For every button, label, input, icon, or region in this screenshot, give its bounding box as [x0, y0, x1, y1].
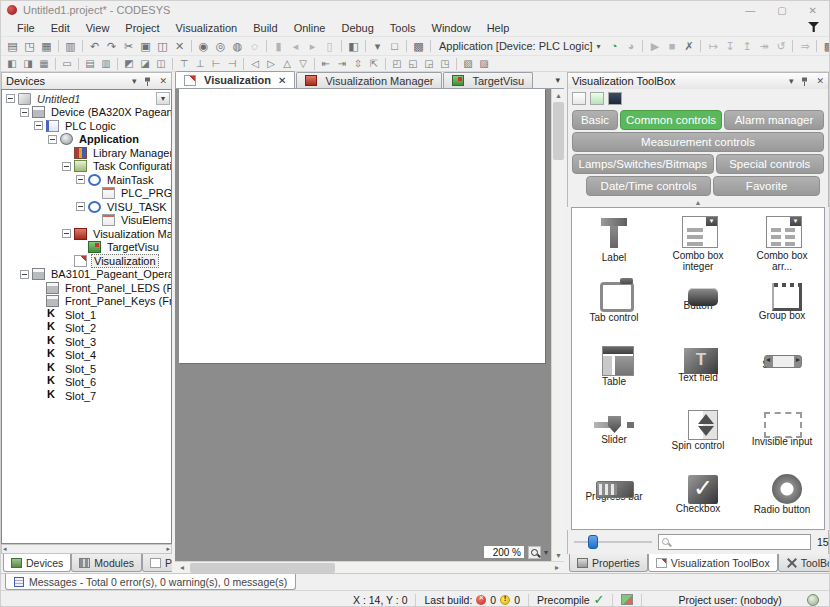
previous-bookmark-icon[interactable]: ◂: [287, 38, 304, 54]
hotkeys-configuration-icon[interactable]: ▨: [476, 56, 492, 72]
distribute-bottom-icon[interactable]: ▽: [295, 56, 311, 72]
document-icon[interactable]: [572, 92, 586, 105]
toolbox-control[interactable]: Slider: [572, 404, 656, 468]
snap-to-grid-icon[interactable]: ⇱: [366, 56, 382, 72]
menu-item[interactable]: Debug: [333, 21, 381, 35]
menu-item[interactable]: View: [78, 21, 118, 35]
scroll-left-icon[interactable]: ◂: [3, 545, 7, 553]
tree-item[interactable]: Front_Panel_Keys (Front P: [2, 295, 171, 309]
minimize-button[interactable]: —: [745, 5, 755, 16]
make-same-height-icon[interactable]: ⇥: [334, 56, 350, 72]
activate-keyboard-usage-icon[interactable]: ▧: [460, 56, 476, 72]
toolbox-control[interactable]: Spin control: [656, 404, 740, 468]
tree-item[interactable]: Slot_3: [2, 335, 171, 349]
scroll-left-icon[interactable]: ◂: [175, 563, 189, 572]
category-alarm-manager[interactable]: Alarm manager: [724, 110, 824, 130]
tree-item[interactable]: Slot_5: [2, 362, 171, 376]
toolbox-control[interactable]: Tab control: [572, 276, 656, 340]
panel-close-icon[interactable]: ✕: [159, 76, 167, 86]
tree-item[interactable]: Device (BA320X Pageant CPU Modu: [2, 106, 171, 120]
tree-item[interactable]: Slot_6: [2, 376, 171, 390]
tree-expander-icon[interactable]: [62, 162, 71, 171]
tab-modules[interactable]: Modules: [71, 554, 142, 572]
distribute-left-icon[interactable]: ◁: [247, 56, 263, 72]
step-over-icon[interactable]: ↦: [704, 38, 721, 54]
project-combo-arrow-icon[interactable]: ▾: [156, 92, 170, 105]
menu-item[interactable]: Build: [245, 21, 285, 35]
tree-item[interactable]: Slot_7: [2, 389, 171, 403]
visualization-canvas[interactable]: [179, 89, 545, 363]
toolbox-control[interactable]: Radio button: [740, 468, 824, 530]
new-object-icon[interactable]: □: [386, 38, 403, 54]
category-favorite[interactable]: Favorite: [713, 176, 820, 196]
save-icon[interactable]: ▦: [38, 38, 55, 54]
messages-tab[interactable]: Messages - Total 0 error(s), 0 warning(s…: [5, 574, 296, 590]
tab-targetvisu[interactable]: TargetVisu: [443, 72, 533, 88]
menu-item[interactable]: Online: [286, 21, 334, 35]
category-basic[interactable]: Basic: [572, 110, 618, 130]
bookmark-icon[interactable]: ▮: [270, 38, 287, 54]
delete-icon[interactable]: ✕: [171, 38, 188, 54]
element-repository-icon[interactable]: [608, 92, 622, 105]
reset-icon[interactable]: ↺: [772, 38, 789, 54]
category-special-controls[interactable]: Special controls: [716, 154, 824, 174]
pin-icon[interactable]: [800, 77, 809, 86]
compare-icon[interactable]: ◧: [345, 38, 362, 54]
menu-item[interactable]: Tools: [382, 21, 424, 35]
tab-list-dropdown-icon[interactable]: ▾: [555, 75, 560, 85]
menu-item[interactable]: Visualization: [168, 21, 246, 35]
slider-thumb[interactable]: [588, 535, 598, 549]
element-list-icon[interactable]: ▦: [36, 56, 52, 72]
category-measurement-controls[interactable]: Measurement controls: [572, 132, 824, 152]
document-add-icon[interactable]: [590, 92, 604, 105]
ungroup-icon[interactable]: ▥: [98, 56, 114, 72]
frame-selection-icon[interactable]: ▭: [59, 56, 75, 72]
tree-expander-icon[interactable]: [6, 94, 15, 103]
zoom-level-field[interactable]: 200 %: [483, 545, 525, 559]
bring-to-foreground-icon[interactable]: ◪: [137, 56, 153, 72]
new-file-icon[interactable]: ▤: [4, 38, 21, 54]
tree-item[interactable]: Untitled1: [2, 92, 171, 106]
run-to-cursor-icon[interactable]: ↠: [755, 38, 772, 54]
horizontal-scroll-thumb[interactable]: [190, 563, 335, 573]
distribute-right-icon[interactable]: ▷: [263, 56, 279, 72]
scroll-right-icon[interactable]: ▸: [550, 563, 564, 572]
tree-expander-icon[interactable]: [20, 108, 29, 117]
tab-toolbox[interactable]: ToolBox: [778, 554, 830, 572]
print-icon[interactable]: ▥: [62, 38, 79, 54]
pin-icon[interactable]: [143, 77, 152, 86]
start-icon[interactable]: ▶: [646, 38, 663, 54]
tree-item[interactable]: Visualization: [2, 254, 171, 268]
redo-icon[interactable]: ↷: [103, 38, 120, 54]
tree-item[interactable]: PLC_PRG: [2, 187, 171, 201]
edit-frame-icon[interactable]: ◫: [153, 56, 169, 72]
tree-item[interactable]: MainTask: [2, 173, 171, 187]
group-icon[interactable]: ▤: [82, 56, 98, 72]
rotate-element-icon[interactable]: ◳: [437, 56, 453, 72]
tab-visualization[interactable]: Visualization ✕: [175, 71, 295, 88]
tree-item[interactable]: Slot_4: [2, 349, 171, 363]
replace-in-project-icon[interactable]: ◌: [246, 38, 263, 54]
toolbox-control[interactable]: Invisible input: [740, 404, 824, 468]
categories-scroll-up-icon[interactable]: ▲: [567, 198, 829, 207]
toolbox-control[interactable]: Progress bar: [572, 468, 656, 530]
tree-item[interactable]: Front_Panel_LEDS (Front P: [2, 281, 171, 295]
tree-item[interactable]: VISU_TASK: [2, 200, 171, 214]
tree-item[interactable]: Library Manager: [2, 146, 171, 160]
tree-item[interactable]: PLC Logic: [2, 119, 171, 133]
tree-item[interactable]: Task Configuration: [2, 160, 171, 174]
tree-expander-icon[interactable]: [62, 229, 71, 238]
send-to-background-icon[interactable]: ◩: [121, 56, 137, 72]
scroll-right-icon[interactable]: ▸: [166, 545, 170, 553]
stop-icon[interactable]: ■: [663, 38, 680, 54]
tab-devices[interactable]: Devices: [3, 554, 71, 572]
menu-item[interactable]: Window: [424, 21, 479, 35]
menu-item[interactable]: File: [9, 21, 43, 35]
send-backward-icon[interactable]: ◱: [405, 56, 421, 72]
tree-item[interactable]: BA3101_Pageant_Operator_Pa: [2, 268, 171, 282]
project-settings-icon[interactable]: ▩: [410, 38, 427, 54]
tree-expander-icon[interactable]: [48, 135, 57, 144]
tree-item[interactable]: Slot_2: [2, 322, 171, 336]
scroll-up-icon[interactable]: ▲: [552, 89, 564, 101]
tree-expander-icon[interactable]: [76, 202, 85, 211]
